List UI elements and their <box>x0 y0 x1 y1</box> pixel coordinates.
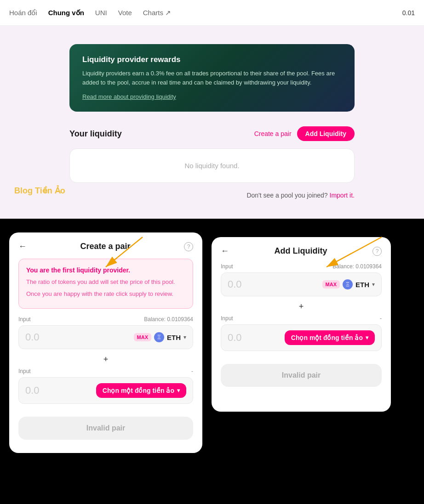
nav-item-chung-von[interactable]: Chung vốn <box>48 7 84 19</box>
add-liquidity-button[interactable]: Add Liquidity <box>297 126 355 141</box>
input2-box: 0.0 Chọn một đồng tiền ảo ▾ <box>18 377 193 404</box>
token1-name: ETH <box>167 334 181 341</box>
plus-divider-1: + <box>18 355 193 364</box>
select-token-button-1[interactable]: Chọn một đồng tiền ảo ▾ <box>96 383 186 398</box>
add-token1-chevron[interactable]: ▾ <box>372 281 375 288</box>
add-token1-name: ETH <box>355 281 369 289</box>
banner-learn-more-link[interactable]: Read more about providing liquidity <box>82 93 176 100</box>
nav-item-hoan-doi[interactable]: Hoán đổi <box>9 7 37 19</box>
notice-p1: The ratio of tokens you add will set the… <box>26 277 185 287</box>
add-input1-value[interactable]: 0.0 <box>228 278 322 290</box>
liquidity-banner: Liquidity provider rewards Liquidity pro… <box>69 44 355 112</box>
banner-description: Liquidity providers earn a 0.3% fee on a… <box>82 69 342 87</box>
first-provider-notice: You are the first liquidity provider. Th… <box>18 259 193 309</box>
notice-title: You are the first liquidity provider. <box>26 266 185 274</box>
add-input2-dash: - <box>380 315 382 322</box>
no-liquidity-text: No liquidity found. <box>184 162 239 170</box>
liquidity-section-title: Your liquidity <box>69 129 122 139</box>
select-token-button-2[interactable]: Chọn một đồng tiền ảo ▾ <box>285 330 375 345</box>
add-input1-balance: Balance: 0.0109364 <box>332 263 382 270</box>
add-liquidity-card: ← Add Liquidity ? Input Balance: 0.01093… <box>212 237 391 412</box>
no-liquidity-box: No liquidity found. <box>69 148 355 183</box>
add-input2-value[interactable]: 0.0 <box>228 332 285 344</box>
eth-icon-1: Ξ <box>154 332 164 342</box>
input2-label: Input <box>18 368 31 374</box>
add-input2-label: Input <box>221 315 233 322</box>
import-pool-text: Don't see a pool you joined? Import it. <box>246 192 355 199</box>
wallet-balance: 0.01 <box>402 9 415 17</box>
bottom-section: ← Create a pair ? You are the first liqu… <box>0 219 424 467</box>
add-liquidity-help-icon[interactable]: ? <box>372 247 382 256</box>
add-liquidity-back-button[interactable]: ← <box>221 246 229 256</box>
blog-watermark: Blog Tiền Ảo <box>14 186 65 196</box>
select-token-chevron-1: ▾ <box>177 387 180 394</box>
input1-box: 0.0 MAX Ξ ETH ▾ <box>18 325 193 349</box>
input1-balance: Balance: 0.0109364 <box>144 316 193 323</box>
create-pair-title: Create a pair <box>27 242 184 251</box>
your-liquidity-section: Your liquidity Create a pair Add Liquidi… <box>69 126 355 200</box>
input2-label-row: Input - <box>18 368 193 374</box>
input2-value[interactable]: 0.0 <box>25 385 96 396</box>
add-liquidity-header: ← Add Liquidity ? <box>221 246 382 256</box>
add-input1-label: Input <box>221 263 233 270</box>
token1-selector: MAX Ξ ETH ▾ <box>134 332 186 342</box>
main-content-area: Liquidity provider rewards Liquidity pro… <box>0 26 424 219</box>
import-pool-link[interactable]: Import it. <box>330 192 355 199</box>
input1-label-row: Input Balance: 0.0109364 <box>18 316 193 323</box>
create-pair-link[interactable]: Create a pair <box>254 130 292 137</box>
top-navigation: Hoán đổi Chung vốn UNI Vote Charts ↗ 0.0… <box>0 0 424 26</box>
add-liquidity-title: Add Liquidity <box>229 246 372 256</box>
add-input1-label-row: Input Balance: 0.0109364 <box>221 263 382 270</box>
input1-label: Input <box>18 316 31 323</box>
select-token-chevron-2: ▾ <box>366 334 368 341</box>
banner-title: Liquidity provider rewards <box>82 55 342 64</box>
add-max-badge[interactable]: MAX <box>322 280 340 289</box>
add-eth-icon: Ξ <box>343 279 353 289</box>
invalid-pair-button-2: Invalid pair <box>221 364 382 387</box>
liquidity-header: Your liquidity Create a pair Add Liquidi… <box>69 126 355 141</box>
nav-item-uni[interactable]: UNI <box>95 7 107 18</box>
input1-value[interactable]: 0.0 <box>25 331 134 343</box>
create-pair-back-button[interactable]: ← <box>18 242 27 251</box>
notice-p2: Once you are happy with the rate click s… <box>26 289 185 299</box>
token1-chevron[interactable]: ▾ <box>183 334 186 340</box>
add-input2-box: 0.0 Chọn một đồng tiền ảo ▾ <box>221 324 382 351</box>
create-pair-card: ← Create a pair ? You are the first liqu… <box>9 232 202 453</box>
nav-item-vote[interactable]: Vote <box>118 7 132 18</box>
max-badge-1[interactable]: MAX <box>134 333 151 341</box>
create-pair-help-icon[interactable]: ? <box>184 242 193 251</box>
plus-divider-2: + <box>221 302 382 311</box>
add-input1-box: 0.0 MAX Ξ ETH ▾ <box>221 272 382 296</box>
add-token1-selector: MAX Ξ ETH ▾ <box>322 279 375 289</box>
invalid-pair-button-1: Invalid pair <box>18 417 193 440</box>
input2-dash: - <box>191 368 193 374</box>
nav-item-charts[interactable]: Charts ↗ <box>143 7 171 19</box>
create-pair-header: ← Create a pair ? <box>18 242 193 251</box>
add-input2-label-row: Input - <box>221 315 382 322</box>
